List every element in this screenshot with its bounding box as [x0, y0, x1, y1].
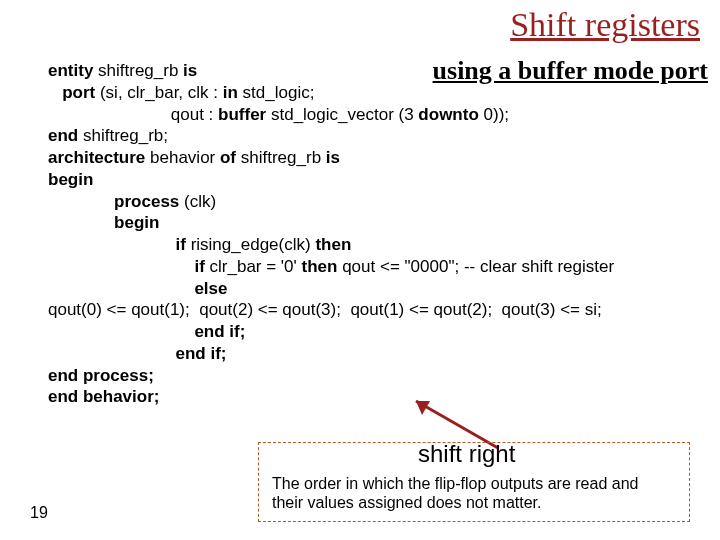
- code-line: if rising_edge(clk) then: [48, 234, 710, 256]
- code-line: else: [48, 278, 710, 300]
- code-line: architecture behavior of shiftreg_rb is: [48, 147, 710, 169]
- code-line: if clr_bar = '0' then qout <= "0000"; --…: [48, 256, 710, 278]
- annotation-label: shift right: [418, 440, 515, 468]
- code-line: end behavior;: [48, 386, 710, 408]
- code-line: end if;: [48, 343, 710, 365]
- code-line: end shiftreg_rb;: [48, 125, 710, 147]
- code-line: port (si, clr_bar, clk : in std_logic;: [48, 82, 710, 104]
- slide-title: Shift registers: [510, 6, 700, 44]
- code-line: qout : buffer std_logic_vector (3 downto…: [48, 104, 710, 126]
- code-line: end if;: [48, 321, 710, 343]
- code-line: entity shiftreg_rb is: [48, 60, 710, 82]
- code-line: process (clk): [48, 191, 710, 213]
- code-line: begin: [48, 169, 710, 191]
- code-block: entity shiftreg_rb is port (si, clr_bar,…: [48, 60, 710, 408]
- slide-number: 19: [30, 504, 48, 522]
- code-line: qout(0) <= qout(1); qout(2) <= qout(3); …: [48, 299, 710, 321]
- annotation-text: The order in which the flip-flop outputs…: [272, 474, 672, 512]
- code-line: begin: [48, 212, 710, 234]
- code-line: end process;: [48, 365, 710, 387]
